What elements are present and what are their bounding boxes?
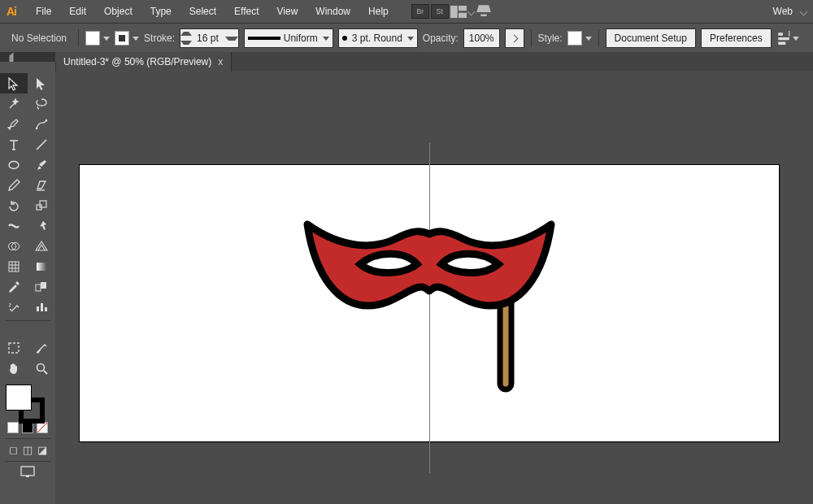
menu-file[interactable]: File	[28, 1, 59, 22]
lasso-tool[interactable]	[28, 93, 55, 114]
svg-rect-17	[26, 476, 29, 477]
paintbrush-tool[interactable]	[28, 154, 55, 175]
slice-tool[interactable]	[28, 337, 55, 358]
blend-tool[interactable]	[28, 276, 55, 297]
opacity-field[interactable]: 100%	[463, 28, 500, 48]
magic-wand-tool[interactable]	[0, 93, 28, 114]
hand-tool[interactable]	[0, 358, 28, 378]
document-setup-button[interactable]: Document Setup	[606, 28, 696, 48]
artboard[interactable]	[80, 165, 779, 441]
brush-preview-icon	[342, 36, 347, 41]
column-graph-tool[interactable]	[28, 297, 55, 317]
arrange-documents-dropdown-icon[interactable]	[467, 7, 475, 15]
gradient-tool[interactable]	[28, 256, 55, 276]
arrange-documents-icon[interactable]	[450, 5, 467, 18]
svg-rect-12	[36, 285, 41, 291]
color-mode-gradient-icon[interactable]	[22, 422, 33, 433]
selection-tool[interactable]	[0, 73, 28, 93]
svg-rect-14	[9, 343, 19, 353]
document-tab-title: Untitled-3* @ 50% (RGB/Preview)	[63, 56, 211, 67]
style-label: Style:	[538, 33, 563, 44]
stroke-weight-field[interactable]: 16 pt	[180, 28, 239, 48]
type-tool[interactable]	[0, 134, 28, 154]
menu-effect[interactable]: Effect	[226, 1, 267, 22]
svg-point-5	[9, 161, 19, 168]
selection-indicator: No Selection	[7, 33, 72, 44]
stroke-profile-value: Uniform	[284, 33, 318, 44]
svg-rect-2	[459, 12, 467, 17]
canvas-stage[interactable]	[55, 72, 813, 504]
close-tab-icon[interactable]: x	[218, 56, 223, 67]
artwork-mask[interactable]	[299, 210, 559, 405]
color-mode-none-icon[interactable]	[37, 422, 48, 433]
menu-edit[interactable]: Edit	[61, 1, 94, 22]
pencil-tool[interactable]	[0, 175, 28, 195]
menu-select[interactable]: Select	[181, 1, 224, 22]
menu-window[interactable]: Window	[307, 1, 359, 22]
color-mode-solid-icon[interactable]	[7, 422, 19, 433]
draw-mode-behind-icon[interactable]: ◫	[23, 444, 33, 456]
mask-eye-left	[360, 254, 417, 272]
opacity-label: Opacity:	[423, 33, 459, 44]
svg-point-4	[46, 119, 48, 121]
menu-type[interactable]: Type	[142, 1, 180, 22]
stock-launcher-icon[interactable]: St	[431, 4, 449, 19]
preferences-button[interactable]: Preferences	[701, 28, 772, 48]
svg-point-3	[36, 127, 38, 129]
mesh-tool[interactable]	[0, 256, 28, 276]
stroke-swatch[interactable]	[115, 31, 139, 46]
free-transform-tool[interactable]	[28, 215, 55, 236]
rotate-tool[interactable]	[0, 195, 28, 215]
brush-definition-value: 3 pt. Round	[352, 33, 402, 44]
control-bar: No Selection Stroke: 16 pt Uniform 3 pt.…	[0, 23, 813, 54]
menu-help[interactable]: Help	[360, 1, 397, 22]
symbol-sprayer-tool[interactable]	[0, 297, 28, 317]
svg-rect-16	[21, 467, 34, 476]
menu-object[interactable]: Object	[96, 1, 141, 22]
align-panel-shortcut-icon[interactable]	[776, 29, 799, 47]
zoom-tool[interactable]	[28, 358, 55, 378]
direct-selection-tool[interactable]	[28, 73, 55, 93]
opacity-popup-button[interactable]	[505, 28, 524, 48]
opacity-value[interactable]: 100%	[469, 33, 494, 44]
menu-view[interactable]: View	[269, 1, 307, 22]
graphic-style-dropdown[interactable]	[567, 31, 592, 46]
screen-mode-button[interactable]	[0, 465, 55, 478]
brush-definition-dropdown[interactable]: 3 pt. Round	[338, 28, 418, 48]
mask-body	[307, 224, 551, 306]
gpu-preview-icon[interactable]	[476, 5, 492, 18]
stroke-label: Stroke:	[144, 33, 175, 44]
stroke-weight-value[interactable]: 16 pt	[192, 29, 224, 47]
svg-rect-7	[40, 201, 46, 207]
tools-panel: ◻ ◫ ◪	[0, 62, 56, 504]
bridge-launcher-icon[interactable]: Br	[411, 4, 429, 19]
mask-eye-right	[441, 254, 498, 272]
color-mode-row	[0, 422, 55, 433]
rectangle-tool[interactable]	[0, 154, 28, 175]
svg-rect-13	[41, 282, 46, 289]
draw-mode-inside-icon[interactable]: ◪	[37, 444, 47, 456]
fill-color-icon[interactable]	[6, 385, 32, 411]
stroke-profile-dropdown[interactable]: Uniform	[244, 28, 333, 48]
perspective-grid-tool[interactable]	[28, 236, 55, 256]
app-logo: Ai	[0, 0, 23, 23]
curvature-tool[interactable]	[28, 114, 55, 134]
document-tab-bar: Untitled-3* @ 50% (RGB/Preview) x	[55, 52, 813, 72]
fill-swatch[interactable]	[85, 31, 110, 46]
eyedropper-tool[interactable]	[0, 276, 28, 297]
eraser-tool[interactable]	[28, 175, 55, 195]
fill-stroke-indicator[interactable]	[4, 383, 51, 420]
workspace-switcher[interactable]: Web	[768, 2, 798, 20]
svg-rect-10	[9, 262, 19, 272]
workspace-dropdown-icon[interactable]	[800, 7, 808, 15]
artboard-tool[interactable]	[0, 337, 28, 358]
scale-tool[interactable]	[28, 195, 55, 215]
menu-bar: Ai File Edit Object Type Select Effect V…	[0, 0, 813, 23]
line-segment-tool[interactable]	[28, 134, 55, 154]
width-tool[interactable]	[0, 215, 28, 236]
draw-mode-normal-icon[interactable]: ◻	[9, 444, 18, 456]
svg-rect-1	[459, 6, 467, 11]
shape-builder-tool[interactable]	[0, 236, 28, 256]
pen-tool[interactable]	[0, 114, 28, 134]
document-tab[interactable]: Untitled-3* @ 50% (RGB/Preview) x	[55, 52, 232, 72]
